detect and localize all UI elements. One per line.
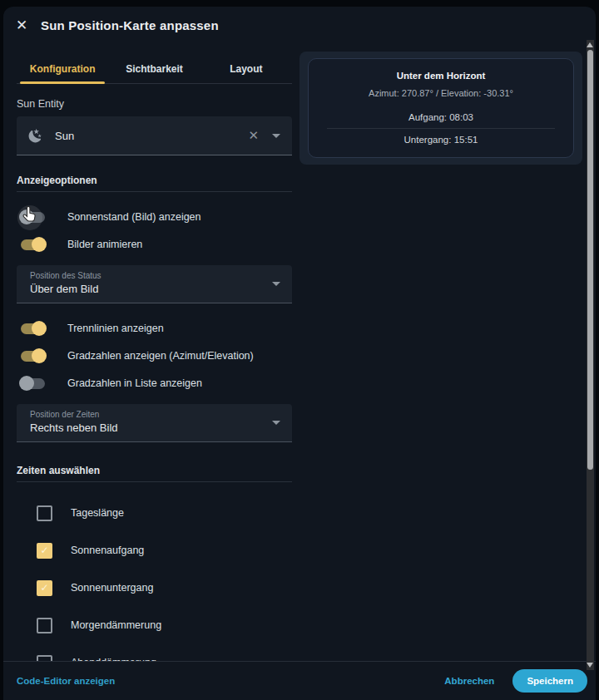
chevron-down-icon (272, 282, 280, 286)
checkbox-row-sonnenuntergang: ✓ Sonnenuntergang (17, 579, 292, 596)
preview-divider (327, 128, 555, 129)
toggle-label: Sonnenstand (Bild) anzeigen (67, 211, 201, 223)
sun-position-card: Unter dem Horizont Azimut: 270.87° / Ele… (308, 58, 574, 158)
moon-icon (27, 128, 43, 144)
toggle-label: Bilder animieren (67, 239, 142, 250)
toggle-row-gradzahlen: Gradzahlen anzeigen (Azimut/Elevation) (17, 346, 292, 366)
checkbox-row-morgendaemmerung: Morgendämmerung (17, 617, 292, 633)
toggle-gradzahlen-liste[interactable] (21, 378, 45, 389)
select-position-zeiten[interactable]: Position der Zeiten Rechts neben Bild (17, 404, 292, 442)
scroll-up-arrow-icon[interactable] (587, 42, 593, 47)
toggle-row-trennlinien: Trennlinien anzeigen (17, 318, 292, 338)
close-icon[interactable]: ✕ (16, 18, 32, 32)
select-label: Position der Zeiten (30, 410, 99, 419)
tab-layout[interactable]: Layout (200, 55, 292, 83)
toggle-label: Gradzahlen anzeigen (Azimut/Elevation) (67, 350, 254, 362)
select-value: Rechts neben Bild (30, 421, 118, 434)
toggle-sonnenstand-bild[interactable] (21, 212, 45, 223)
cancel-button[interactable]: Abbrechen (444, 676, 494, 686)
sun-status-text: Unter dem Horizont (309, 71, 573, 81)
select-position-status[interactable]: Position des Status Über dem Bild (17, 265, 292, 303)
sunset-time: Untergang: 15:51 (309, 135, 573, 145)
toggle-row-bilder-animieren: Bilder animieren (17, 234, 292, 254)
select-label: Position des Status (30, 271, 101, 280)
checkbox-sonnenaufgang[interactable]: ✓ (37, 543, 52, 559)
scrollbar-thumb[interactable] (587, 50, 593, 470)
tab-bar: Konfiguration Sichtbarkeit Layout (17, 55, 292, 84)
dialog-title: Sun Position-Karte anpassen (41, 18, 219, 32)
scrollbar[interactable] (587, 40, 594, 670)
checkbox-tageslaenge[interactable] (37, 505, 52, 521)
toggle-bilder-animieren[interactable] (21, 239, 45, 250)
card-preview: Unter dem Horizont Azimut: 270.87° / Ele… (300, 52, 582, 165)
checkbox-label: Sonnenaufgang (71, 545, 144, 556)
checkbox-label: Morgendämmerung (71, 619, 161, 631)
section-times: Zeiten auswählen (17, 465, 292, 482)
select-value: Über dem Bild (30, 283, 98, 295)
scroll-down-arrow-icon[interactable] (587, 663, 593, 668)
dialog-footer: Code-Editor anzeigen Abbrechen Speichern (3, 661, 596, 700)
toggle-row-gradzahlen-liste: Gradzahlen in Liste anzeigen (17, 373, 292, 393)
checkbox-row-tageslaenge: Tageslänge (17, 505, 292, 521)
tab-sichtbarkeit[interactable]: Sichtbarkeit (108, 55, 200, 83)
toggle-label: Trennlinien anzeigen (67, 323, 164, 334)
checkbox-morgendaemmerung[interactable] (37, 618, 52, 633)
chevron-down-icon (272, 421, 280, 425)
clear-icon[interactable]: ✕ (248, 128, 259, 143)
checkbox-label: Sonnenuntergang (71, 582, 153, 594)
tab-konfiguration[interactable]: Konfiguration (17, 55, 108, 83)
sunrise-time: Aufgang: 08:03 (309, 112, 573, 122)
entity-value: Sun (55, 130, 74, 142)
toggle-label: Gradzahlen in Liste anzeigen (67, 377, 202, 389)
checkbox-sonnenuntergang[interactable]: ✓ (37, 580, 52, 596)
checkbox-label: Tageslänge (71, 507, 124, 519)
config-pane: Konfiguration Sichtbarkeit Layout Sun En… (17, 55, 292, 700)
edit-card-dialog: ✕ Sun Position-Karte anpassen Konfigurat… (3, 7, 596, 700)
toggle-gradzahlen[interactable] (21, 351, 45, 362)
code-editor-link[interactable]: Code-Editor anzeigen (17, 676, 115, 686)
checkbox-row-sonnenaufgang: ✓ Sonnenaufgang (17, 542, 292, 559)
save-button[interactable]: Speichern (512, 669, 587, 693)
entity-picker[interactable]: Sun ✕ (17, 116, 292, 155)
section-display-options: Anzeigeoptionen (17, 175, 292, 192)
chevron-down-icon[interactable] (272, 134, 280, 138)
dialog-header: ✕ Sun Position-Karte anpassen (3, 7, 596, 43)
entity-field-label: Sun Entity (17, 98, 292, 110)
azimut-elevation-text: Azimut: 270.87° / Elevation: -30.31° (309, 88, 573, 98)
toggle-trennlinien[interactable] (21, 323, 45, 334)
toggle-row-sonnenstand: Sonnenstand (Bild) anzeigen (17, 207, 292, 227)
